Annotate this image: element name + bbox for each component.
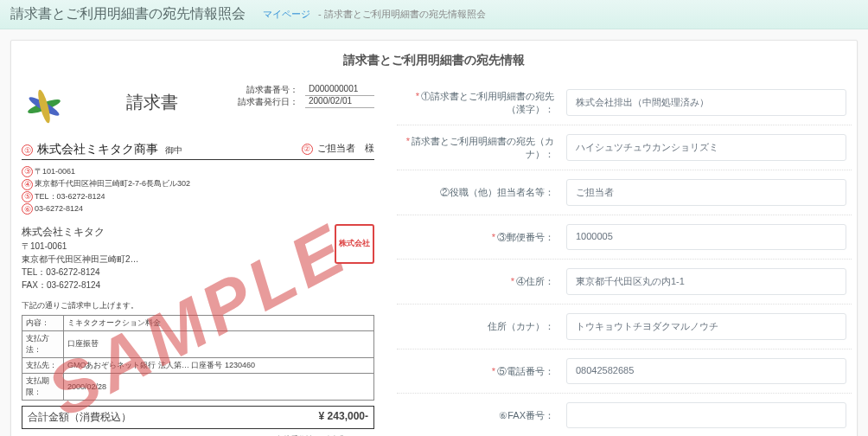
form-label: ②役職（他）担当者名等： (402, 186, 566, 199)
form-value: トウキョウトチヨダクマルノウチ (566, 313, 846, 340)
form-value: ハイシュツチュウカンショリズミ (566, 134, 846, 161)
required-mark: * (416, 91, 419, 101)
summary-value: 2000/02/28 (64, 373, 374, 400)
breadcrumb: マイページ - 請求書とご利用明細書の宛先情報照会 (263, 8, 486, 21)
summary-value: GMOあおぞらネット銀行 法人第… 口座番号 1230460 (64, 357, 374, 373)
form-value: 1000005 (566, 224, 846, 250)
content-panel: 請求書とご利用明細書の宛先情報 (10, 40, 858, 436)
summary-label: 支払方法： (22, 330, 64, 357)
breadcrumb-sep: - (318, 9, 324, 19)
form-value: 株式会社排出（中間処理済み） (566, 89, 846, 116)
form-label: ⑥FAX番号： (402, 409, 566, 422)
required-mark: * (492, 232, 495, 242)
marker-1-icon: ① (22, 144, 33, 156)
breadcrumb-link-mypage[interactable]: マイページ (263, 9, 310, 19)
summary-label: 内容： (22, 315, 64, 330)
invoice-note: 下記の通りご請求申し上げます。 (22, 300, 374, 311)
form-row: *③郵便番号：1000005 (397, 215, 852, 259)
form-row: *①請求書とご利用明細書の宛先（漢字）：株式会社排出（中間処理済み） (397, 80, 852, 125)
form-value: ご担当者 (566, 179, 846, 206)
marker-6-icon: ⑥ (22, 203, 33, 215)
required-mark: * (511, 276, 514, 286)
marker-4-icon: ④ (22, 179, 33, 190)
invoice-total-row: 合計金額（消費税込） ¥ 243,000- (22, 406, 374, 429)
invoice-sender: 株式会社ミキタク 〒101-0061 東京都千代田区神田三崎町2… TEL：03… (22, 224, 374, 292)
address-form: *①請求書とご利用明細書の宛先（漢字）：株式会社排出（中間処理済み）*請求書とご… (397, 80, 852, 436)
invoice-summary-table: 内容：ミキタクオークション料金支払方法：口座振替支払先：GMOあおぞらネット銀行… (22, 315, 374, 401)
section-title: 請求書とご利用明細書の宛先情報 (16, 46, 852, 80)
invoice-meta: 請求書番号： D000000001 請求書発行日： 2000/02/01 (238, 84, 374, 108)
form-label: *⑤電話番号： (402, 365, 566, 378)
form-row: ⑥FAX番号： (397, 393, 852, 436)
invoice-sample: 請求書 請求書番号： D000000001 請求書発行日： 2000/02/01… (16, 80, 380, 436)
form-row: 住所（カナ）：トウキョウトチヨダクマルノウチ (397, 304, 852, 349)
form-row: ②役職（他）担当者名等：ご担当者 (397, 170, 852, 215)
form-label: *①請求書とご利用明細書の宛先（漢字）： (402, 90, 566, 116)
logo-icon (22, 84, 67, 131)
form-row: *⑤電話番号：08042582685 (397, 349, 852, 393)
invoice-recipient-row: ① 株式会社ミキタク商事 御中 ② ご担当者 様 (22, 142, 374, 160)
form-row: *④住所：東京都千代田区丸の内1-1 (397, 259, 852, 304)
summary-label: 支払先： (22, 357, 64, 373)
form-label: *④住所： (402, 275, 566, 288)
marker-3-icon: ③ (22, 166, 33, 177)
invoice-company-name: 株式会社ミキタク商事 (37, 142, 158, 156)
form-value (566, 402, 846, 428)
form-value: 08042582685 (566, 358, 846, 384)
page-title: 請求書とご利用明細書の宛先情報照会 (10, 5, 246, 23)
breadcrumb-current: 請求書とご利用明細書の宛先情報照会 (324, 9, 486, 19)
invoice-title: 請求書 (126, 93, 178, 112)
form-label: *③郵便番号： (402, 231, 566, 244)
marker-2-icon: ② (302, 144, 313, 155)
summary-value: 口座振替 (64, 330, 374, 357)
form-value: 東京都千代田区丸の内1-1 (566, 268, 846, 295)
form-row: *請求書とご利用明細書の宛先（カナ）：ハイシュツチュウカンショリズミ (397, 125, 852, 170)
required-mark: * (406, 136, 410, 146)
summary-value: ミキタクオークション料金 (64, 315, 374, 330)
marker-5-icon: ⑤ (22, 191, 33, 202)
form-label: *請求書とご利用明細書の宛先（カナ）： (402, 135, 566, 161)
invoice-recipient-address: ③〒101-0061 ④東京都千代田区神田三崎町2-7-6長島ビル302 ⑤TE… (22, 165, 374, 215)
summary-label: 支払期限： (22, 373, 64, 400)
titlebar: 請求書とご利用明細書の宛先情報照会 マイページ - 請求書とご利用明細書の宛先情… (0, 0, 868, 29)
form-label: 住所（カナ）： (402, 320, 566, 333)
required-mark: * (492, 366, 495, 376)
stamp-icon: 株式会社 (335, 224, 374, 264)
